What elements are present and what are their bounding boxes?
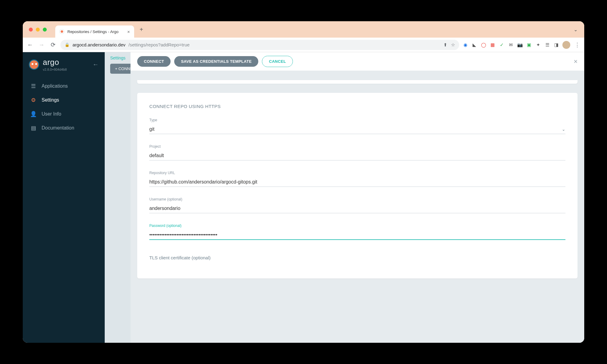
- tab-title: Repositories / Settings - Argo: [67, 29, 118, 34]
- user-icon: 👤: [30, 111, 37, 117]
- panel-body: CONNECT REPO USING HTTPS Type git ⌄ Proj…: [131, 71, 584, 343]
- gear-icon: ⚙: [30, 97, 37, 103]
- profile-avatar[interactable]: [562, 41, 570, 49]
- close-tab-icon[interactable]: ×: [127, 29, 130, 34]
- bookmark-icon[interactable]: ☆: [451, 42, 455, 48]
- tabs-overflow-icon[interactable]: ⌄: [574, 27, 581, 32]
- book-icon: ▤: [30, 125, 37, 131]
- main-area: Settings + CONNECT REPO CONNECT SAVE AS …: [105, 52, 584, 343]
- share-icon[interactable]: ⬆: [443, 42, 447, 48]
- minimize-window-icon[interactable]: [36, 28, 40, 32]
- field-label: Type: [149, 118, 565, 122]
- panel-header: CONNECT SAVE AS CREDENTIALS TEMPLATE CAN…: [131, 52, 584, 71]
- type-value: git: [149, 126, 154, 132]
- reading-list-icon[interactable]: ☰: [544, 42, 550, 48]
- sidebar-item-applications[interactable]: ☰ Applications: [23, 79, 105, 93]
- project-input[interactable]: default: [149, 151, 565, 160]
- username-input[interactable]: andersondario: [149, 204, 565, 213]
- field-username: Username (optional) andersondario: [149, 197, 565, 213]
- extension-icon[interactable]: ✉: [508, 42, 514, 48]
- sidebar-item-label: Settings: [42, 97, 59, 103]
- reload-button[interactable]: ⟳: [49, 41, 57, 48]
- repo-url-input[interactable]: https://github.com/andersondario/argocd-…: [149, 177, 565, 187]
- add-repo-panel: CONNECT SAVE AS CREDENTIALS TEMPLATE CAN…: [131, 52, 584, 343]
- chevron-down-icon: ⌄: [562, 127, 565, 132]
- back-button[interactable]: ←: [26, 42, 34, 48]
- field-label: Project: [149, 144, 565, 149]
- window-controls: [29, 28, 47, 32]
- version-label: v2.8.0+804d4b8: [43, 68, 67, 71]
- sidebar-item-settings[interactable]: ⚙ Settings: [23, 93, 105, 107]
- extension-icon[interactable]: ◉: [462, 42, 468, 48]
- sidebar-item-label: Documentation: [42, 125, 74, 131]
- form-title: CONNECT REPO USING HTTPS: [149, 104, 565, 109]
- field-password: Password (optional) ••••••••••••••••••••…: [149, 224, 565, 240]
- sidebar-item-label: User Info: [42, 111, 61, 117]
- field-repo-url: Repository URL https://github.com/anders…: [149, 171, 565, 187]
- cancel-button[interactable]: CANCEL: [262, 56, 293, 67]
- sidebar-item-user-info[interactable]: 👤 User Info: [23, 107, 105, 121]
- sidebar-header: argo v2.8.0+804d4b8 ←: [23, 58, 105, 79]
- extension-icon[interactable]: 📷: [517, 42, 523, 48]
- url-host: argocd.andersondario.dev: [73, 42, 125, 47]
- argo-logo-icon: [29, 59, 39, 70]
- new-tab-button[interactable]: +: [140, 26, 143, 33]
- extension-icon[interactable]: ▦: [490, 42, 496, 48]
- save-template-button[interactable]: SAVE AS CREDENTIALS TEMPLATE: [174, 56, 258, 67]
- close-window-icon[interactable]: [29, 28, 33, 32]
- sidebar: argo v2.8.0+804d4b8 ← ☰ Applications ⚙ S…: [23, 52, 105, 343]
- field-project: Project default: [149, 144, 565, 160]
- close-panel-icon[interactable]: ×: [574, 58, 578, 66]
- tab-bar: Repositories / Settings - Argo × + ⌄: [23, 21, 584, 38]
- connect-button[interactable]: CONNECT: [137, 56, 171, 67]
- field-label: Username (optional): [149, 197, 565, 201]
- layers-icon: ☰: [30, 83, 37, 89]
- extension-icon[interactable]: ◯: [480, 42, 487, 48]
- maximize-window-icon[interactable]: [43, 28, 47, 32]
- browser-window: Repositories / Settings - Argo × + ⌄ ← →…: [23, 21, 584, 343]
- forward-button[interactable]: →: [37, 42, 46, 48]
- field-type: Type git ⌄: [149, 118, 565, 134]
- lock-icon: 🔒: [65, 42, 70, 47]
- address-bar: ← → ⟳ 🔒 argocd.andersondario.dev/setting…: [23, 38, 584, 52]
- extensions: ◉ ◣ ◯ ▦ ✓ ✉ 📷 ▣ ✦ ☰ ◨ ⋮: [462, 41, 581, 49]
- favicon-icon: [59, 29, 64, 34]
- collapse-sidebar-icon[interactable]: ←: [93, 61, 99, 68]
- side-panel-icon[interactable]: ◨: [553, 42, 559, 48]
- brand-name: argo: [43, 58, 67, 67]
- browser-tab[interactable]: Repositories / Settings - Argo ×: [55, 25, 134, 38]
- method-card-collapsed: [137, 80, 578, 84]
- form-card: CONNECT REPO USING HTTPS Type git ⌄ Proj…: [137, 93, 578, 278]
- extension-icon[interactable]: ▣: [526, 42, 532, 48]
- field-label: Repository URL: [149, 171, 565, 175]
- field-label: Password (optional): [149, 224, 565, 228]
- tls-cert-label: TLS client certificate (optional): [149, 255, 565, 260]
- type-select[interactable]: git ⌄: [149, 125, 565, 134]
- breadcrumb-settings[interactable]: Settings: [110, 56, 126, 60]
- extension-icon[interactable]: ✓: [499, 42, 505, 48]
- extensions-menu-icon[interactable]: ✦: [535, 42, 541, 48]
- chrome-menu-icon[interactable]: ⋮: [573, 42, 581, 48]
- extension-icon[interactable]: ◣: [471, 42, 477, 48]
- sidebar-item-label: Applications: [42, 83, 68, 89]
- app-root: argo v2.8.0+804d4b8 ← ☰ Applications ⚙ S…: [23, 52, 584, 343]
- url-path: /settings/repos?addRepo=true: [128, 42, 189, 47]
- sidebar-item-documentation[interactable]: ▤ Documentation: [23, 121, 105, 135]
- password-input[interactable]: ••••••••••••••••••••••••••••••••••••••••: [149, 230, 565, 240]
- omnibox[interactable]: 🔒 argocd.andersondario.dev/settings/repo…: [60, 40, 459, 50]
